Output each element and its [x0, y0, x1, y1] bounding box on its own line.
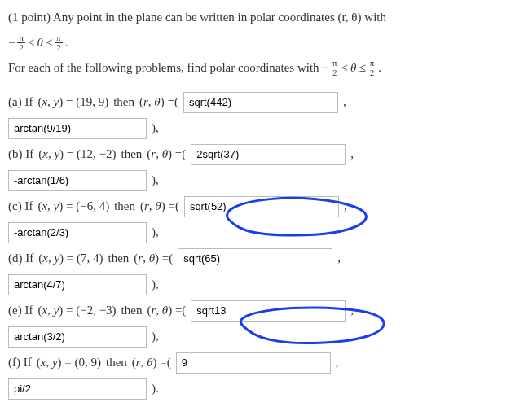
input-r[interactable] — [191, 300, 346, 322]
input-theta[interactable] — [8, 326, 147, 348]
part-row-r: (a) If(x, y) = (19, 9)then(r, θ) =(, — [8, 92, 507, 113]
range-le: ≤ — [46, 33, 52, 52]
header-range: − π 2 < θ ≤ π 2 . — [8, 33, 507, 52]
part-row-theta: ), — [8, 274, 507, 295]
input-r[interactable] — [183, 92, 338, 113]
close-paren: ), — [152, 119, 159, 138]
part-lead: (r, θ) =( — [134, 249, 173, 268]
close-paren: ), — [152, 223, 159, 242]
part-label: (f) If — [8, 353, 32, 372]
comma: , — [337, 249, 341, 268]
comma: , — [343, 93, 346, 112]
part-row-r: (e) If(x, y) = (−2, −3)then(r, θ) =(, — [8, 300, 507, 322]
input-theta[interactable] — [8, 222, 147, 243]
input-r[interactable] — [176, 352, 331, 374]
part-xy: (x, y) = (−6, 4) — [37, 197, 109, 216]
part-then: then — [114, 197, 135, 216]
part-row-theta: ), — [8, 222, 507, 243]
range-minus: − — [8, 33, 15, 52]
header-rtheta: (r, θ) — [337, 11, 361, 24]
comma: , — [350, 301, 354, 320]
instr-theta: θ — [350, 59, 356, 77]
input-r[interactable] — [178, 248, 332, 269]
close-paren: ). — [152, 379, 159, 398]
part-lead: (r, θ) =( — [147, 301, 186, 320]
frac-pi-2-instr-l: π 2 — [331, 59, 339, 77]
range-theta: θ — [37, 33, 43, 52]
instruction-text: For each of the following problems, find… — [8, 59, 319, 77]
comma: , — [344, 197, 347, 216]
range-lt: < — [28, 33, 34, 52]
close-paren: ), — [152, 327, 159, 346]
part-then: then — [121, 301, 143, 320]
frac-pi-2-left: π 2 — [17, 33, 25, 52]
part-label: (c) If — [8, 197, 33, 216]
part-then: then — [108, 249, 130, 268]
part-lead: (r, θ) =( — [140, 197, 179, 216]
input-theta[interactable] — [8, 118, 147, 139]
instr-lt: < — [341, 59, 348, 77]
input-r[interactable] — [191, 144, 346, 165]
part-lead: (r, θ) =( — [132, 353, 171, 372]
part-then: then — [113, 93, 134, 112]
header-text: (1 point) Any point in the plane can be … — [8, 11, 335, 24]
part-row-r: (f) If(x, y) = (0, 9)then(r, θ) =(, — [8, 352, 507, 374]
input-theta[interactable] — [8, 274, 147, 295]
part-xy: (x, y) = (7, 4) — [38, 249, 103, 268]
comma: , — [336, 353, 339, 372]
part-row-theta: ), — [8, 170, 507, 191]
close-paren: ), — [152, 171, 159, 190]
frac-pi-2-right: π 2 — [55, 33, 63, 52]
part-lead: (r, θ) =( — [147, 145, 186, 164]
part-row-r: (c) If(x, y) = (−6, 4)then(r, θ) =(, — [8, 196, 507, 217]
part-label: (e) If — [8, 301, 33, 320]
part-row-theta: ), — [8, 118, 507, 139]
instr-minus: − — [322, 59, 328, 77]
range-dot: . — [65, 33, 68, 52]
part-xy: (x, y) = (−2, −3) — [37, 301, 116, 320]
part-row-r: (b) If(x, y) = (12, −2)then(r, θ) =(, — [8, 144, 507, 165]
part-then: then — [121, 145, 142, 164]
part-label: (d) If — [8, 249, 33, 268]
input-theta[interactable] — [8, 378, 147, 400]
part-xy: (x, y) = (0, 9) — [37, 353, 101, 372]
part-label: (b) If — [8, 145, 33, 164]
part-then: then — [106, 353, 127, 372]
problem-header: (1 point) Any point in the plane can be … — [8, 8, 507, 27]
part-xy: (x, y) = (12, −2) — [38, 145, 116, 164]
header-with: with — [364, 11, 386, 24]
input-theta[interactable] — [8, 170, 147, 191]
comma: , — [350, 145, 354, 164]
part-row-theta: ). — [8, 378, 507, 400]
input-r[interactable] — [184, 196, 339, 217]
part-lead: (r, θ) =( — [139, 93, 178, 112]
part-label: (a) If — [8, 93, 33, 112]
frac-pi-2-instr-r: π 2 — [368, 59, 376, 77]
part-row-theta: ), — [8, 326, 507, 348]
instruction-line: For each of the following problems, find… — [8, 59, 507, 77]
instr-dot: . — [378, 59, 381, 77]
close-paren: ), — [152, 275, 159, 294]
instr-le: ≤ — [359, 59, 365, 77]
part-row-r: (d) If(x, y) = (7, 4)then(r, θ) =(, — [8, 248, 507, 269]
part-xy: (x, y) = (19, 9) — [37, 93, 108, 112]
